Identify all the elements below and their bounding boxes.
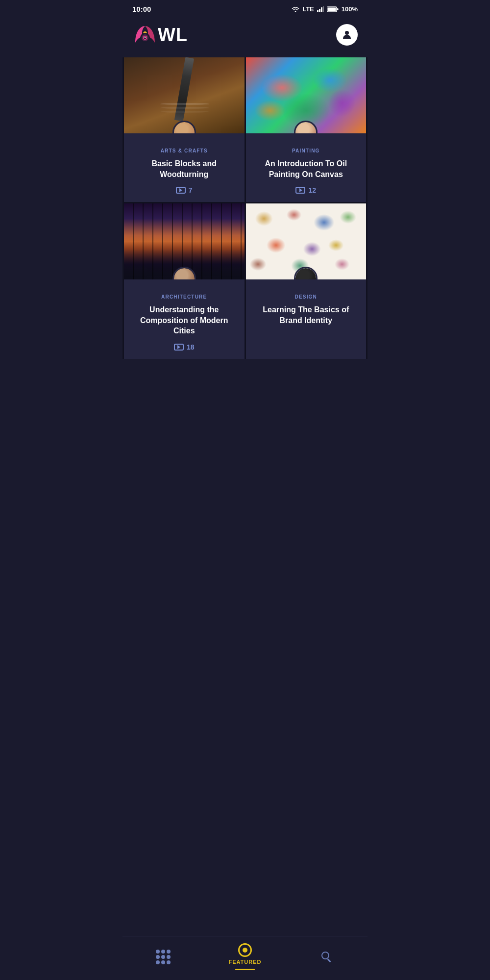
profile-button[interactable] [336, 24, 358, 46]
svg-rect-6 [337, 8, 338, 10]
course-info-architecture: ARCHITECTURE Understanding the Compositi… [124, 279, 245, 359]
lte-label: LTE [302, 5, 314, 13]
thumbnail-city [124, 203, 245, 279]
course-info-design: DESIGN Learning The Basics of Brand Iden… [246, 279, 367, 359]
category-woodturning: ARTS & CRAFTS [161, 148, 208, 153]
owl-logo-icon [132, 22, 158, 48]
avatar-architecture [172, 267, 196, 279]
battery-label: 100% [342, 5, 358, 13]
battery-icon [327, 6, 339, 12]
category-painting: PAINTING [292, 148, 320, 153]
instructor-avatar-3 [174, 268, 195, 279]
video-icon-2 [295, 187, 305, 194]
avatar-design [294, 267, 318, 279]
logo: WL [132, 22, 188, 48]
category-design: DESIGN [294, 294, 317, 300]
app-header: WL [122, 17, 368, 57]
thumbnail-painting [246, 57, 367, 133]
instructor-avatar-2 [295, 122, 316, 133]
lessons-woodturning: 7 [176, 186, 193, 194]
title-painting: An Introduction To Oil Painting On Canva… [254, 158, 359, 179]
instructor-avatar-1 [174, 122, 195, 133]
lesson-count-2: 12 [308, 186, 316, 194]
lessons-painting: 12 [295, 186, 316, 194]
avatar-painting [294, 121, 318, 133]
status-time: 10:00 [132, 5, 151, 13]
title-woodturning: Basic Blocks and Woodturning [132, 158, 237, 179]
video-icon-3 [174, 344, 184, 351]
status-bar: 10:00 LTE 100% [122, 0, 368, 17]
svg-point-12 [345, 31, 349, 35]
svg-rect-1 [319, 9, 320, 12]
svg-rect-5 [327, 7, 336, 11]
person-icon [341, 29, 353, 41]
title-architecture: Understanding the Composition of Modern … [132, 304, 237, 336]
course-card-painting[interactable]: PAINTING An Introduction To Oil Painting… [246, 57, 367, 202]
category-architecture: ARCHITECTURE [161, 294, 207, 300]
instructor-avatar-4 [295, 268, 316, 279]
lesson-count-1: 7 [189, 186, 193, 194]
video-icon-1 [176, 187, 186, 194]
avatar-woodturning [172, 121, 196, 133]
logo-text: WL [158, 25, 188, 46]
svg-point-11 [145, 37, 146, 38]
course-card-woodturning[interactable]: ARTS & CRAFTS Basic Blocks and Woodturni… [124, 57, 245, 202]
course-info-woodturning: ARTS & CRAFTS Basic Blocks and Woodturni… [124, 133, 245, 202]
status-icons: LTE 100% [292, 5, 358, 13]
wifi-icon [292, 6, 299, 12]
lesson-count-3: 18 [187, 343, 195, 351]
thumbnail-woodturning [124, 57, 245, 133]
signal-icon [317, 6, 324, 12]
thumbnail-design [246, 203, 367, 279]
svg-rect-3 [323, 6, 324, 12]
svg-rect-0 [317, 10, 318, 12]
courses-grid: ARTS & CRAFTS Basic Blocks and Woodturni… [122, 57, 368, 359]
course-info-painting: PAINTING An Introduction To Oil Painting… [246, 133, 367, 202]
lessons-architecture: 18 [174, 343, 195, 351]
svg-rect-2 [321, 7, 322, 12]
title-design: Learning The Basics of Brand Identity [254, 304, 359, 326]
course-card-architecture[interactable]: ARCHITECTURE Understanding the Compositi… [124, 203, 245, 359]
course-card-design[interactable]: DESIGN Learning The Basics of Brand Iden… [246, 203, 367, 359]
